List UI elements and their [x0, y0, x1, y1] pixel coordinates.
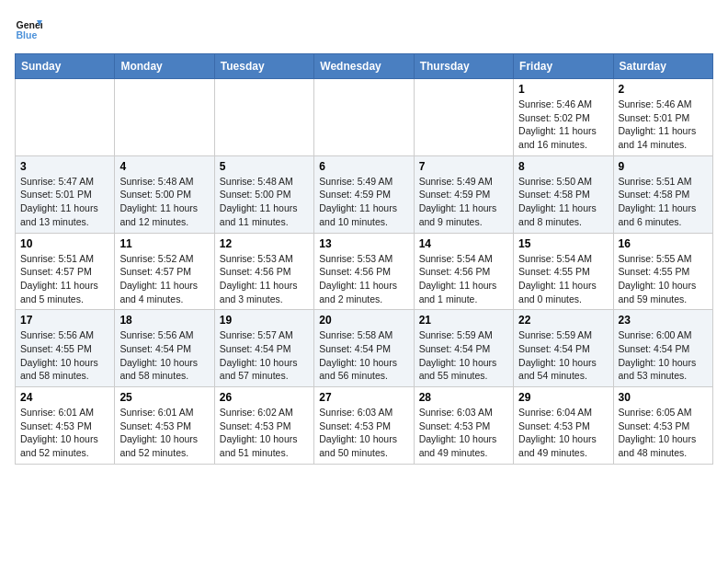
day-info: Sunrise: 5:48 AM Sunset: 5:00 PM Dayligh…	[119, 175, 209, 229]
day-info: Sunrise: 6:02 AM Sunset: 4:53 PM Dayligh…	[220, 406, 309, 460]
logo: General Blue	[15, 15, 46, 42]
day-info: Sunrise: 5:46 AM Sunset: 5:02 PM Dayligh…	[518, 98, 608, 152]
day-number: 16	[619, 237, 708, 250]
page-header: General Blue	[15, 15, 713, 42]
weekday-header: Friday	[514, 54, 613, 79]
day-info: Sunrise: 5:57 AM Sunset: 4:54 PM Dayligh…	[220, 328, 309, 383]
logo-icon: General Blue	[15, 15, 42, 42]
day-info: Sunrise: 5:47 AM Sunset: 5:01 PM Dayligh…	[20, 175, 109, 229]
calendar-day-cell: 8Sunrise: 5:50 AM Sunset: 4:58 PM Daylig…	[514, 155, 613, 233]
day-info: Sunrise: 6:00 AM Sunset: 4:54 PM Dayligh…	[619, 328, 708, 383]
day-number: 3	[20, 160, 109, 173]
calendar-day-cell: 26Sunrise: 6:02 AM Sunset: 4:53 PM Dayli…	[214, 387, 313, 465]
day-number: 8	[518, 160, 608, 173]
weekday-header: Monday	[115, 54, 214, 79]
day-info: Sunrise: 6:01 AM Sunset: 4:53 PM Dayligh…	[119, 406, 209, 460]
day-number: 14	[419, 237, 508, 250]
calendar-day-cell: 2Sunrise: 5:46 AM Sunset: 5:01 PM Daylig…	[613, 79, 712, 156]
day-number: 15	[518, 237, 608, 250]
calendar-day-cell	[414, 79, 513, 156]
day-number: 25	[119, 391, 209, 404]
calendar-week-row: 1Sunrise: 5:46 AM Sunset: 5:02 PM Daylig…	[16, 79, 713, 156]
calendar-day-cell: 30Sunrise: 6:05 AM Sunset: 4:53 PM Dayli…	[613, 387, 712, 465]
day-info: Sunrise: 6:05 AM Sunset: 4:53 PM Dayligh…	[619, 406, 708, 460]
calendar-day-cell	[115, 79, 214, 156]
calendar-day-cell: 20Sunrise: 5:58 AM Sunset: 4:54 PM Dayli…	[314, 310, 414, 387]
day-info: Sunrise: 5:53 AM Sunset: 4:56 PM Dayligh…	[220, 252, 309, 306]
day-info: Sunrise: 5:56 AM Sunset: 4:55 PM Dayligh…	[20, 328, 109, 383]
calendar-day-cell: 27Sunrise: 6:03 AM Sunset: 4:53 PM Dayli…	[314, 387, 414, 465]
day-info: Sunrise: 5:55 AM Sunset: 4:55 PM Dayligh…	[619, 252, 708, 306]
day-info: Sunrise: 6:03 AM Sunset: 4:53 PM Dayligh…	[319, 406, 408, 460]
calendar-day-cell	[314, 79, 414, 156]
day-info: Sunrise: 6:03 AM Sunset: 4:53 PM Dayligh…	[419, 406, 508, 460]
calendar-day-cell: 9Sunrise: 5:51 AM Sunset: 4:58 PM Daylig…	[613, 155, 712, 233]
calendar-day-cell: 23Sunrise: 6:00 AM Sunset: 4:54 PM Dayli…	[613, 310, 712, 387]
calendar-day-cell: 15Sunrise: 5:54 AM Sunset: 4:55 PM Dayli…	[514, 233, 613, 310]
weekday-header: Thursday	[414, 54, 513, 79]
day-number: 19	[220, 314, 309, 327]
calendar-week-row: 17Sunrise: 5:56 AM Sunset: 4:55 PM Dayli…	[16, 310, 713, 387]
calendar-day-cell: 24Sunrise: 6:01 AM Sunset: 4:53 PM Dayli…	[16, 387, 115, 465]
day-number: 2	[619, 83, 708, 96]
day-number: 22	[518, 314, 608, 327]
calendar-day-cell: 4Sunrise: 5:48 AM Sunset: 5:00 PM Daylig…	[115, 155, 214, 233]
day-info: Sunrise: 5:46 AM Sunset: 5:01 PM Dayligh…	[619, 98, 708, 152]
day-number: 9	[619, 160, 708, 173]
day-info: Sunrise: 5:51 AM Sunset: 4:57 PM Dayligh…	[20, 252, 109, 306]
weekday-header: Sunday	[16, 54, 115, 79]
day-number: 24	[20, 391, 109, 404]
day-number: 12	[220, 237, 309, 250]
day-info: Sunrise: 5:59 AM Sunset: 4:54 PM Dayligh…	[518, 328, 608, 383]
calendar-day-cell: 5Sunrise: 5:48 AM Sunset: 5:00 PM Daylig…	[214, 155, 313, 233]
calendar-day-cell: 25Sunrise: 6:01 AM Sunset: 4:53 PM Dayli…	[115, 387, 214, 465]
calendar-day-cell: 1Sunrise: 5:46 AM Sunset: 5:02 PM Daylig…	[514, 79, 613, 156]
day-number: 6	[319, 160, 408, 173]
weekday-header: Saturday	[613, 54, 712, 79]
weekday-header: Tuesday	[214, 54, 313, 79]
calendar-header-row: SundayMondayTuesdayWednesdayThursdayFrid…	[16, 54, 713, 79]
day-info: Sunrise: 5:50 AM Sunset: 4:58 PM Dayligh…	[518, 175, 608, 229]
calendar-day-cell: 28Sunrise: 6:03 AM Sunset: 4:53 PM Dayli…	[414, 387, 513, 465]
day-info: Sunrise: 5:58 AM Sunset: 4:54 PM Dayligh…	[319, 328, 408, 383]
day-info: Sunrise: 5:54 AM Sunset: 4:55 PM Dayligh…	[518, 252, 608, 306]
day-info: Sunrise: 5:54 AM Sunset: 4:56 PM Dayligh…	[419, 252, 508, 306]
day-info: Sunrise: 6:01 AM Sunset: 4:53 PM Dayligh…	[20, 406, 109, 460]
day-info: Sunrise: 5:56 AM Sunset: 4:54 PM Dayligh…	[119, 328, 209, 383]
calendar-week-row: 3Sunrise: 5:47 AM Sunset: 5:01 PM Daylig…	[16, 155, 713, 233]
day-number: 30	[619, 391, 708, 404]
day-number: 18	[119, 314, 209, 327]
calendar-day-cell: 18Sunrise: 5:56 AM Sunset: 4:54 PM Dayli…	[115, 310, 214, 387]
calendar-day-cell: 22Sunrise: 5:59 AM Sunset: 4:54 PM Dayli…	[514, 310, 613, 387]
calendar-day-cell: 16Sunrise: 5:55 AM Sunset: 4:55 PM Dayli…	[613, 233, 712, 310]
calendar-table: SundayMondayTuesdayWednesdayThursdayFrid…	[15, 53, 713, 465]
calendar-week-row: 24Sunrise: 6:01 AM Sunset: 4:53 PM Dayli…	[16, 387, 713, 465]
day-number: 20	[319, 314, 408, 327]
calendar-day-cell: 12Sunrise: 5:53 AM Sunset: 4:56 PM Dayli…	[214, 233, 313, 310]
day-number: 13	[319, 237, 408, 250]
svg-text:Blue: Blue	[17, 29, 38, 40]
day-number: 28	[419, 391, 508, 404]
calendar-day-cell: 7Sunrise: 5:49 AM Sunset: 4:59 PM Daylig…	[414, 155, 513, 233]
day-number: 21	[419, 314, 508, 327]
calendar-day-cell: 6Sunrise: 5:49 AM Sunset: 4:59 PM Daylig…	[314, 155, 414, 233]
day-number: 11	[119, 237, 209, 250]
calendar-day-cell	[214, 79, 313, 156]
day-number: 10	[20, 237, 109, 250]
day-number: 7	[419, 160, 508, 173]
day-number: 27	[319, 391, 408, 404]
day-info: Sunrise: 6:04 AM Sunset: 4:53 PM Dayligh…	[518, 406, 608, 460]
day-info: Sunrise: 5:52 AM Sunset: 4:57 PM Dayligh…	[119, 252, 209, 306]
day-info: Sunrise: 5:48 AM Sunset: 5:00 PM Dayligh…	[220, 175, 309, 229]
weekday-header: Wednesday	[314, 54, 414, 79]
day-info: Sunrise: 5:53 AM Sunset: 4:56 PM Dayligh…	[319, 252, 408, 306]
day-number: 26	[220, 391, 309, 404]
day-info: Sunrise: 5:51 AM Sunset: 4:58 PM Dayligh…	[619, 175, 708, 229]
calendar-day-cell: 11Sunrise: 5:52 AM Sunset: 4:57 PM Dayli…	[115, 233, 214, 310]
day-info: Sunrise: 5:49 AM Sunset: 4:59 PM Dayligh…	[419, 175, 508, 229]
calendar-day-cell: 13Sunrise: 5:53 AM Sunset: 4:56 PM Dayli…	[314, 233, 414, 310]
calendar-day-cell: 19Sunrise: 5:57 AM Sunset: 4:54 PM Dayli…	[214, 310, 313, 387]
day-number: 29	[518, 391, 608, 404]
day-number: 1	[518, 83, 608, 96]
day-info: Sunrise: 5:59 AM Sunset: 4:54 PM Dayligh…	[419, 328, 508, 383]
